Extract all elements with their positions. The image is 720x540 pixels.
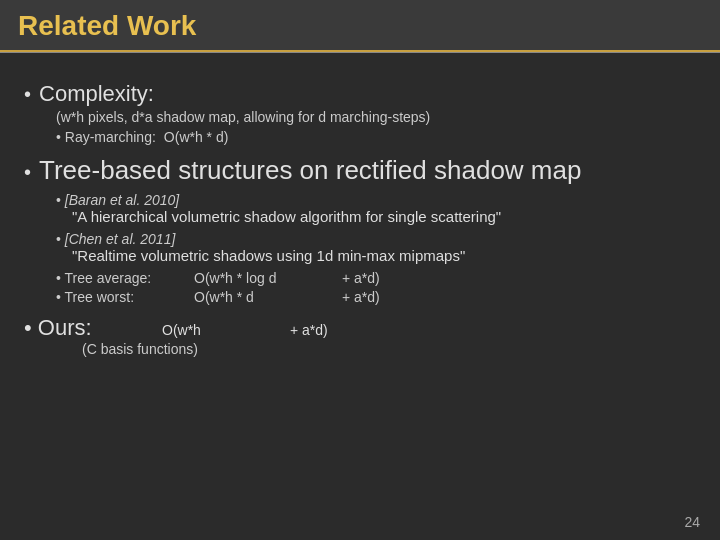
complexity-section: • Complexity: (w*h pixels, d*a shadow ma… [24,81,696,145]
tree-avg-value: O(w*h * log d [194,270,334,286]
chen-quote: "Realtime volumetric shadows using 1d mi… [72,247,696,264]
slide-header: Related Work [0,0,720,52]
ours-row: • Ours: O(w*h + a*d) [24,315,696,341]
baran-ref-row: • [Baran et al. 2010] [56,192,696,208]
baran-ref: [Baran et al. 2010] [65,192,179,208]
tree-heading: Tree-based structures on rectified shado… [39,155,581,186]
ours-value: O(w*h [162,322,282,338]
ours-sub-text: (C basis functions) [82,341,696,357]
tree-avg-label: • Tree average: [56,270,186,286]
bullet-dot-chen: • [56,231,65,247]
chen-ref-row: • [Chen et al. 2011] [56,231,696,247]
ours-section: • Ours: O(w*h + a*d) (C basis functions) [24,315,696,357]
slide-content: • Complexity: (w*h pixels, d*a shadow ma… [0,63,720,377]
baran-quote: "A hierarchical volumetric shadow algori… [72,208,696,225]
tree-worst-label: • Tree worst: [56,289,186,305]
ray-marching-label: • Ray-marching: [56,129,156,145]
bullet-dot-complexity: • [24,83,31,106]
tree-worst-plus: + a*d) [342,289,380,305]
tree-worst-row: • Tree worst: O(w*h * d + a*d) [56,289,696,305]
tree-avg-plus: + a*d) [342,270,380,286]
page-number: 24 [684,514,700,530]
ours-label: • Ours: [24,315,154,341]
tree-avg-row: • Tree average: O(w*h * log d + a*d) [56,270,696,286]
tree-section: • Tree-based structures on rectified sha… [24,155,696,305]
bullet-dot-baran: • [56,192,65,208]
ray-marching-value: O(w*h * d) [164,129,229,145]
tree-worst-value: O(w*h * d [194,289,334,305]
complexity-sub-text: (w*h pixels, d*a shadow map, allowing fo… [56,109,696,125]
ours-plus: + a*d) [290,322,328,338]
chen-ref: [Chen et al. 2011] [65,231,176,247]
header-divider [0,52,720,53]
ray-marching-row: • Ray-marching: O(w*h * d) [56,129,696,145]
complexity-heading: Complexity: [39,81,154,107]
slide-title: Related Work [18,10,702,42]
tree-heading-row: • Tree-based structures on rectified sha… [24,155,696,186]
bullet-dot-tree: • [24,161,31,184]
complexity-heading-row: • Complexity: [24,81,696,107]
